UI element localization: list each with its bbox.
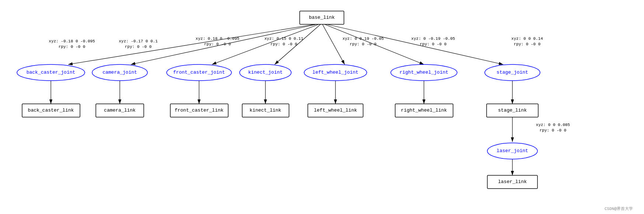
edge-label-camera-1: xyz: -0.17 0 0.1 [119, 39, 158, 43]
edge-label-back-caster-2: rpy: 0 -0 0 [59, 45, 86, 49]
label-laser-joint: laser_joint [497, 148, 528, 154]
label-left-wheel-link: left_wheel_link [314, 108, 357, 113]
edge-base-left-wheel [322, 23, 345, 64]
edge-label-right-wheel-2: rpy: 0 -0 0 [420, 42, 447, 46]
watermark: CSDN@界首大学 [605, 206, 633, 211]
edge-label-left-wheel-2: rpy: 0 -0 0 [350, 42, 377, 46]
label-right-wheel-joint: right_wheel_joint [400, 70, 449, 75]
edge-label-back-caster-1: xyz: -0.18 0 -0.095 [49, 39, 95, 43]
label-back-caster-link: back_caster_link [28, 108, 74, 113]
edge-label-left-wheel-1: xyz: 0 0.19 -0.05 [342, 36, 384, 41]
label-kinect-link: kinect_link [250, 108, 281, 113]
edge-label-kinect-2: rpy: 0 -0 0 [271, 42, 297, 46]
label-front-caster-joint: front_caster_joint [173, 70, 225, 75]
edge-base-right-wheel [322, 23, 424, 64]
edge-label-front-caster-2: rpy: 0 -0 0 [204, 42, 231, 46]
edge-label-front-caster-1: xyz: 0.18 0 -0.095 [196, 36, 240, 41]
label-camera-link: camera_link [104, 108, 136, 113]
edge-label-stage-2: rpy: 0 -0 0 [514, 42, 541, 46]
label-laser-link: laser_link [498, 179, 527, 185]
label-stage-link: stage_link [498, 108, 527, 113]
label-kinect-joint: kinect_joint [248, 70, 283, 75]
edge-label-kinect-1: xyz: 0.15 0 0.11 [264, 36, 303, 41]
edge-base-stage [322, 23, 503, 64]
label-left-wheel-joint: left_wheel_joint [313, 70, 359, 75]
label-front-caster-link: front_caster_link [175, 108, 224, 113]
label-back-caster-joint: back_caster_joint [27, 70, 76, 75]
label-base-link: base_link [309, 15, 335, 20]
label-stage-joint: stage_joint [497, 70, 528, 75]
edge-label-right-wheel-1: xyz: 0 -0.19 -0.05 [411, 36, 455, 41]
edge-label-laser-joint-2: rpy: 0 -0 0 [540, 128, 567, 133]
edge-label-laser-joint-1: xyz: 0 0 0.085 [536, 123, 570, 127]
diagram: xyz: -0.18 0 -0.095 rpy: 0 -0 0 xyz: -0.… [0, 0, 644, 214]
edge-label-camera-2: rpy: 0 -0 0 [125, 45, 152, 49]
label-camera-joint: camera_joint [102, 70, 137, 75]
label-right-wheel-link: right_wheel_link [401, 108, 447, 113]
edge-label-stage-1: xyz: 0 0 0.14 [511, 36, 543, 41]
